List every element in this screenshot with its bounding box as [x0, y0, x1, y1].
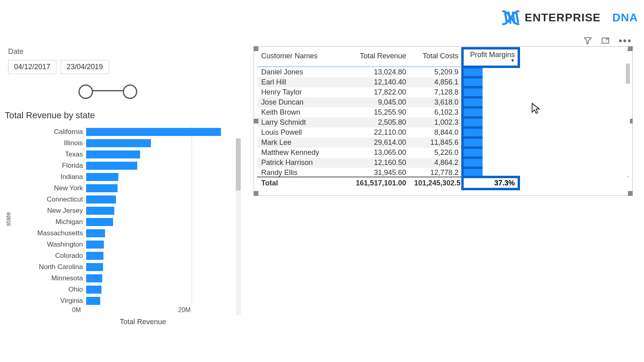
date-to-input[interactable]: 23/04/2019: [61, 60, 109, 74]
date-from-input[interactable]: 04/12/2017: [8, 60, 56, 74]
bar-row[interactable]: North Carolina: [14, 261, 232, 273]
bar-fill[interactable]: [86, 128, 221, 136]
cell-costs: 4,864.2: [410, 158, 462, 168]
chart-plot-area: CaliforniaIllinoisTexasFloridaIndianaNew…: [12, 126, 232, 306]
bar-row[interactable]: Texas: [14, 149, 232, 160]
cell-revenue: 22,110.00: [342, 128, 410, 138]
chart-scrollbar[interactable]: [236, 138, 241, 315]
chart-scrollbar-thumb[interactable]: [236, 138, 241, 191]
table-row[interactable]: Matthew Kennedy13,065.005,226.060.0%: [257, 148, 483, 158]
cell-costs: 8,844.0: [410, 128, 462, 138]
col-header-customer[interactable]: Customer Names: [257, 48, 342, 67]
table-row[interactable]: Larry Schmidt2,505.801,002.360.0%: [257, 117, 483, 128]
resize-handle[interactable]: [628, 191, 633, 196]
resize-handle[interactable]: [254, 191, 258, 196]
bar-chart-visual[interactable]: Total Revenue by state state CaliforniaI…: [5, 110, 234, 326]
table-row[interactable]: Earl Hill12,140.404,856.160.0%: [257, 77, 483, 87]
cell-costs: 5,226.0: [410, 148, 462, 158]
cell-profit-margin: 60.0%: [462, 148, 483, 158]
bar-row[interactable]: Minnesota: [14, 273, 232, 284]
bar-row[interactable]: Colorado: [14, 250, 232, 261]
cell-costs: 12,778.2: [410, 168, 462, 177]
slider-handle-start[interactable]: [78, 84, 93, 99]
bar-row[interactable]: Ohio: [14, 284, 232, 295]
bar-fill[interactable]: [86, 297, 100, 305]
table-total-row: Total 161,517,101.00 101,245,302.5 37.3%: [257, 177, 519, 189]
cell-costs: 6,102.3: [410, 107, 462, 117]
customer-table[interactable]: Customer Names Total Revenue Total Costs…: [257, 48, 483, 189]
bar-fill[interactable]: [86, 241, 104, 249]
focus-mode-icon[interactable]: [601, 36, 610, 45]
more-options-icon[interactable]: •••: [619, 39, 632, 43]
date-range-slider[interactable]: [20, 83, 141, 99]
bar-row[interactable]: California: [14, 126, 232, 138]
resize-handle[interactable]: [254, 46, 258, 51]
cell-costs: 1,002.3: [410, 117, 462, 128]
bar-fill[interactable]: [86, 263, 103, 271]
bar-fill[interactable]: [86, 173, 118, 181]
slicer-label: Date: [8, 47, 217, 56]
bar-fill[interactable]: [86, 162, 137, 170]
bar-fill[interactable]: [86, 195, 116, 204]
bar-row[interactable]: Virginia: [14, 295, 232, 306]
bar-row[interactable]: New Jersey: [14, 205, 232, 216]
cell-revenue: 9,045.00: [342, 97, 410, 107]
bar-row[interactable]: Indiana: [14, 171, 232, 183]
svg-line-3: [516, 13, 518, 22]
cell-revenue: 12,160.50: [342, 158, 410, 168]
bar-fill[interactable]: [86, 184, 118, 192]
bar-fill[interactable]: [86, 139, 151, 147]
table-row[interactable]: Keith Brown15,255.906,102.360.0%: [257, 107, 483, 117]
bar-fill[interactable]: [86, 252, 103, 260]
bar-row[interactable]: New York: [14, 183, 232, 194]
bar-fill[interactable]: [86, 229, 105, 237]
scroll-up-icon[interactable]: ˄: [627, 48, 629, 56]
col-header-profit-margins[interactable]: Profit Margins ▼: [462, 48, 519, 67]
total-revenue: 161,517,101.00: [342, 177, 410, 189]
cell-customer: Henry Taylor: [257, 87, 342, 97]
scrollbar-track[interactable]: [626, 56, 630, 175]
bar-fill[interactable]: [86, 207, 114, 215]
bar-category-label: Virginia: [14, 297, 86, 305]
resize-handle[interactable]: [254, 119, 258, 123]
scroll-down-icon[interactable]: ˅: [627, 175, 629, 182]
table-row[interactable]: Henry Taylor17,822.007,128.860.0%: [257, 87, 483, 97]
chart-title: Total Revenue by state: [5, 110, 234, 121]
bar-fill[interactable]: [86, 218, 113, 226]
table-row[interactable]: Patrick Harrison12,160.504,864.260.0%: [257, 158, 483, 168]
cell-profit-margin: 60.0%: [462, 117, 483, 128]
date-slicer[interactable]: Date 04/12/2017 23/04/2019: [8, 47, 217, 99]
table-row[interactable]: Randy Ellis31,945.6012,778.260.0%: [257, 168, 483, 177]
chart-y-axis-label: state: [5, 126, 12, 306]
bar-row[interactable]: Michigan: [14, 216, 232, 228]
cell-revenue: 12,140.40: [342, 77, 410, 87]
bar-category-label: North Carolina: [14, 263, 86, 271]
table-visual[interactable]: Customer Names Total Revenue Total Costs…: [254, 46, 633, 196]
bar-fill[interactable]: [86, 274, 102, 282]
cell-profit-margin: 60.0%: [462, 87, 483, 97]
table-row[interactable]: Jose Duncan9,045.003,618.060.0%: [257, 97, 483, 107]
bar-row[interactable]: Florida: [14, 160, 232, 171]
bar-category-label: Indiana: [14, 173, 86, 181]
col-header-revenue[interactable]: Total Revenue: [342, 48, 410, 67]
scrollbar-thumb[interactable]: [626, 64, 630, 84]
cell-revenue: 13,024.80: [342, 67, 410, 77]
bar-row[interactable]: Illinois: [14, 138, 232, 149]
bar-fill[interactable]: [86, 150, 140, 158]
cell-profit-margin: 60.0%: [462, 97, 483, 107]
col-header-costs[interactable]: Total Costs: [410, 48, 462, 67]
bar-category-label: Florida: [14, 162, 86, 170]
bar-row[interactable]: Washington: [14, 239, 232, 250]
bar-row[interactable]: Massachusetts: [14, 228, 232, 239]
table-row[interactable]: Daniel Jones13,024.805,209.960.0%: [257, 67, 483, 77]
slider-handle-end[interactable]: [123, 84, 137, 99]
bar-row[interactable]: Connecticut: [14, 194, 232, 205]
cell-profit-margin: 60.0%: [462, 168, 483, 177]
bar-fill[interactable]: [86, 286, 101, 294]
table-row[interactable]: Louis Powell22,110.008,844.060.0%: [257, 128, 483, 138]
bar-category-label: Texas: [14, 150, 86, 158]
table-row[interactable]: Mark Lee29,614.0011,845.660.0%: [257, 138, 483, 148]
filter-icon[interactable]: [583, 36, 592, 45]
bar-category-label: Michigan: [14, 218, 86, 226]
table-scrollbar[interactable]: ˄ ˅: [624, 48, 632, 182]
